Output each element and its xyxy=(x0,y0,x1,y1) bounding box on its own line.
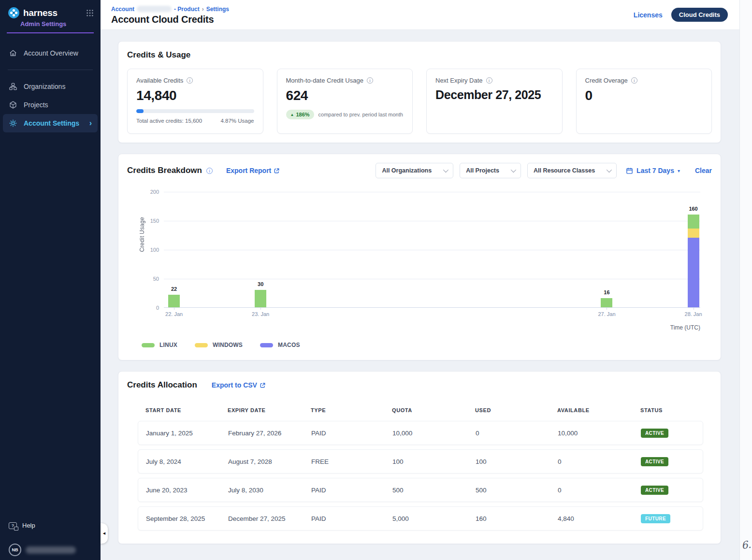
redaction-smudge xyxy=(243,10,288,23)
user-row[interactable]: NB xyxy=(9,544,101,556)
licenses-link[interactable]: Licenses xyxy=(634,11,663,19)
sidebar-item-label: Account Settings xyxy=(24,119,79,127)
chevron-down-icon xyxy=(607,167,612,172)
help-button[interactable]: ? Help xyxy=(9,522,101,529)
cell-quota: 5,000 xyxy=(392,515,476,522)
info-icon[interactable]: i xyxy=(367,77,373,84)
column-header: EXPIRY DATE xyxy=(228,407,311,413)
next-expiry-value: December 27, 2025 xyxy=(435,87,553,102)
cell-expiry-date: August 7, 2028 xyxy=(228,458,311,465)
legend-label: MACOS xyxy=(278,342,300,348)
cell-type: PAID xyxy=(311,515,392,522)
external-link-icon xyxy=(274,168,280,174)
info-icon[interactable]: i xyxy=(486,77,492,84)
available-credits-card: Available Credits i 14,840 Total active … xyxy=(127,69,263,134)
credit-overage-card: Credit Overage i 0 xyxy=(576,69,712,134)
page-right-gutter xyxy=(739,0,752,560)
bar-segment-macos xyxy=(688,238,699,307)
breadcrumb-settings-link[interactable]: Settings xyxy=(206,6,229,13)
breadcrumb-product-link[interactable]: - Product xyxy=(174,6,200,13)
chevron-down-icon xyxy=(443,167,448,172)
legend-item-windows[interactable]: WINDOWS xyxy=(195,342,243,348)
info-icon[interactable]: i xyxy=(187,77,193,84)
status-badge: ACTIVE xyxy=(641,486,668,495)
app-root: harness Admin Settings Account Overview xyxy=(0,0,752,560)
sidebar-item-projects[interactable]: Projects xyxy=(0,96,101,114)
cell-start-date: January 1, 2025 xyxy=(146,430,228,437)
chart-bar-28-jan[interactable] xyxy=(688,215,699,307)
bar-value-label: 16 xyxy=(604,289,609,295)
card-label: Credit Overage xyxy=(585,77,628,84)
nav-divider xyxy=(8,70,93,70)
resource-classes-filter[interactable]: All Resource Classes xyxy=(527,163,617,178)
cell-expiry-date: February 27, 2026 xyxy=(228,430,311,437)
clear-filters-link[interactable]: Clear xyxy=(695,167,712,174)
chart-bar-23-jan[interactable] xyxy=(255,290,266,307)
gridline xyxy=(164,250,700,250)
card-label: Available Credits xyxy=(136,77,183,84)
module-underline xyxy=(7,32,94,33)
avatar[interactable]: NB xyxy=(9,544,21,556)
x-tick xyxy=(260,307,261,310)
bar-value-label: 22 xyxy=(171,286,177,292)
chart-legend: LINUXWINDOWSMACOS xyxy=(142,342,712,348)
bar-value-label: 30 xyxy=(258,281,263,287)
cell-quota: 10,000 xyxy=(392,430,476,437)
apps-grid-icon[interactable] xyxy=(86,9,94,17)
sidebar-item-organizations[interactable]: Organizations xyxy=(0,77,101,96)
status-badge: FUTURE xyxy=(641,514,670,523)
delta-note: compared to prev. period last month xyxy=(318,112,403,117)
organizations-filter-value: All Organizations xyxy=(382,167,432,174)
table-body: January 1, 2025 February 27, 2026 PAID 1… xyxy=(138,421,703,531)
chart-bar-22-jan[interactable] xyxy=(168,295,180,307)
organizations-filter[interactable]: All Organizations xyxy=(376,163,453,178)
cube-icon xyxy=(9,101,17,109)
projects-filter[interactable]: All Projects xyxy=(460,163,521,178)
x-tick xyxy=(694,307,694,310)
usage-percent: 4.87% Usage xyxy=(220,118,254,124)
bar-segment-linux xyxy=(255,290,266,307)
sidebar-collapse-handle[interactable]: ◀ xyxy=(101,523,108,544)
date-range-value: Last 7 Days xyxy=(636,167,674,174)
sidebar: harness Admin Settings Account Overview xyxy=(0,0,101,560)
chevron-down-icon xyxy=(511,167,516,172)
mtd-usage-value: 624 xyxy=(286,88,404,103)
help-label: Help xyxy=(22,522,35,529)
breadcrumb-separator-icon: › xyxy=(202,6,204,13)
handwritten-annotation: 6. xyxy=(740,539,752,552)
cloud-credits-button[interactable]: Cloud Credits xyxy=(671,8,728,22)
cell-available: 0 xyxy=(558,458,641,465)
logo-row: harness xyxy=(0,0,101,19)
chart-bar-27-jan[interactable] xyxy=(601,298,612,307)
legend-item-linux[interactable]: LINUX xyxy=(142,342,177,348)
x-tick-label: 28. Jan xyxy=(685,311,702,317)
info-icon[interactable]: i xyxy=(206,168,213,174)
legend-swatch xyxy=(260,343,273,347)
breadcrumb-account-link[interactable]: Account xyxy=(111,6,134,13)
cell-start-date: July 8, 2024 xyxy=(146,458,228,465)
table-row: September 28, 2025 December 27, 2025 PAI… xyxy=(138,506,703,531)
date-range-picker[interactable]: Last 7 Days ▾ xyxy=(626,167,680,174)
sidebar-nav: Account Overview Organizations xyxy=(0,44,101,132)
cell-start-date: September 28, 2025 xyxy=(146,515,228,522)
sidebar-bottom: ? Help NB xyxy=(0,522,101,560)
credits-allocation-panel: Credits Allocation Export to CSV START D… xyxy=(118,371,721,544)
legend-label: LINUX xyxy=(159,342,177,348)
status-badge: ACTIVE xyxy=(641,429,668,438)
delta-badge: ▲ 186% xyxy=(286,110,314,119)
cell-used: 100 xyxy=(476,458,558,465)
credits-usage-panel: Credits & Usage Available Credits i 14,8… xyxy=(118,41,721,143)
sidebar-item-account-settings[interactable]: Account Settings › xyxy=(3,114,98,132)
page-header: Account - Product › Settings Account Clo… xyxy=(101,0,739,30)
export-csv-link[interactable]: Export to CSV xyxy=(212,381,266,389)
column-header: START DATE xyxy=(145,407,228,413)
sidebar-item-account-overview[interactable]: Account Overview xyxy=(0,44,101,62)
delta-value: 186% xyxy=(296,112,309,117)
export-report-link[interactable]: Export Report xyxy=(226,167,280,174)
legend-item-macos[interactable]: MACOS xyxy=(260,342,300,348)
up-triangle-icon: ▲ xyxy=(290,113,294,117)
info-icon[interactable]: i xyxy=(631,77,637,84)
x-tick-label: 23. Jan xyxy=(252,311,269,317)
bar-segment-linux xyxy=(688,215,699,229)
credit-overage-value: 0 xyxy=(585,88,703,103)
